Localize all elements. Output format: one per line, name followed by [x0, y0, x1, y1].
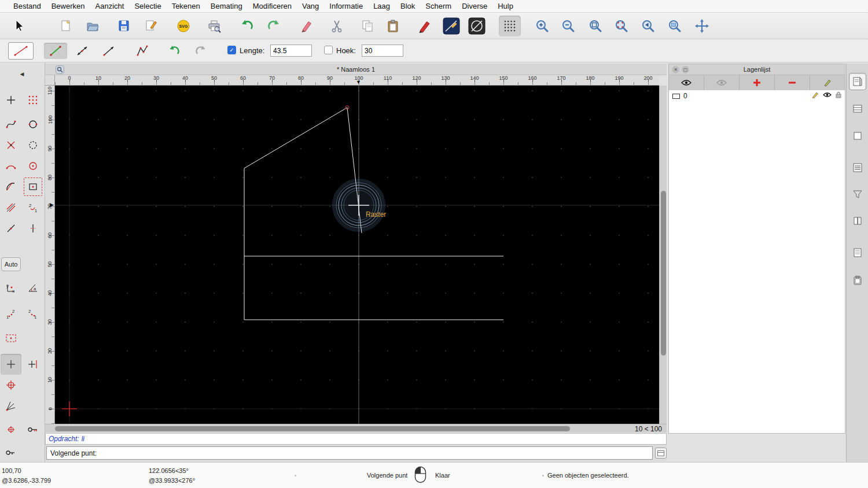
command-history-panel-button[interactable] [849, 244, 866, 261]
zoom-window-button[interactable] [664, 16, 686, 36]
rect-center-tool-button[interactable] [23, 176, 43, 197]
horizontal-scrollbar[interactable]: 10 < 100 [45, 424, 667, 432]
layer-lock-icon[interactable] [836, 91, 841, 98]
selection-filter-panel-button[interactable] [849, 186, 866, 203]
hatch-tool-button[interactable] [1, 197, 21, 218]
block-list-panel-button[interactable] [849, 127, 866, 145]
save-button[interactable] [113, 16, 135, 36]
angle-checkbox[interactable] [324, 46, 333, 54]
coordinate-xy-button[interactable]: yx [1, 278, 21, 298]
reference-point-1-2-button[interactable]: 12 [1, 304, 21, 324]
line-angle-button[interactable] [97, 43, 120, 59]
menu-item[interactable]: Bestand [8, 2, 46, 10]
remove-layer-button[interactable] [775, 75, 810, 90]
palette-collapse-button[interactable]: ◀ [10, 69, 34, 79]
layer-row[interactable]: 0 [669, 90, 845, 102]
menu-item[interactable]: Laag [368, 2, 395, 10]
cursor-tool-button[interactable] [8, 16, 30, 36]
lock-relative-zero-button[interactable] [1, 442, 21, 463]
menu-item[interactable]: Bemating [205, 2, 248, 10]
show-all-layers-button[interactable] [669, 75, 704, 90]
grid-toggle-button[interactable] [499, 16, 521, 36]
menu-item[interactable]: Aanzicht [90, 2, 130, 10]
length-input[interactable] [270, 45, 312, 57]
command-input[interactable]: Volgende punt: [46, 446, 653, 460]
library-browser-panel-button[interactable] [849, 212, 866, 230]
draft-rendering-button[interactable] [466, 16, 488, 36]
pan-button[interactable] [691, 16, 713, 36]
open-file-button[interactable] [82, 16, 104, 36]
panel-close-button[interactable]: ✕ [672, 66, 679, 73]
layer-list-panel-button[interactable] [849, 100, 866, 117]
circle-center-tool-button[interactable] [23, 156, 43, 176]
zoom-in-button[interactable] [531, 16, 553, 36]
snap-reference-button[interactable] [1, 419, 21, 440]
circle-dashed-tool-button[interactable] [23, 135, 43, 156]
snap-angle-fan-button[interactable] [1, 395, 21, 416]
order-tool-button[interactable]: 21 [23, 197, 43, 218]
layer-edit-pencil-icon[interactable] [812, 91, 819, 98]
vertical-line-tool-button[interactable] [23, 218, 43, 239]
selection-rect-button[interactable] [1, 328, 21, 349]
view-list-panel-button[interactable] [849, 159, 866, 176]
redo-button[interactable] [263, 16, 285, 36]
drawing-canvas[interactable]: Raster [55, 86, 659, 424]
cross-lines-tool-button[interactable] [1, 135, 21, 156]
svg-export-button[interactable]: SVG [172, 16, 194, 36]
panel-float-button[interactable]: ▢ [682, 66, 689, 73]
hide-all-layers-button[interactable] [704, 75, 740, 90]
point-grid-tool-button[interactable] [23, 90, 43, 110]
document-tab-bar[interactable]: * Naamloos 1 [45, 64, 667, 75]
horizontal-scrollbar-thumb[interactable] [55, 426, 570, 431]
menu-item[interactable]: Hulp [492, 2, 518, 10]
menu-item[interactable]: Vang [297, 2, 324, 10]
menu-item[interactable]: Informatie [324, 2, 368, 10]
length-checkbox[interactable]: ✓ [227, 46, 236, 54]
cut-button[interactable] [326, 16, 348, 36]
arc-tangent-tool-button[interactable] [1, 176, 21, 197]
zoom-selection-button[interactable] [610, 16, 632, 36]
paste-button[interactable] [382, 16, 404, 36]
coordinate-polar-button[interactable]: a [23, 278, 43, 298]
menu-item[interactable]: Modificeren [248, 2, 297, 10]
vertical-scrollbar-thumb[interactable] [661, 191, 666, 356]
modify-pen-button[interactable] [414, 16, 436, 36]
copy-button[interactable] [356, 16, 378, 36]
clipboard-panel-button[interactable] [849, 272, 866, 289]
circle-2point-tool-button[interactable] [23, 114, 43, 135]
command-line-toggle-button[interactable] [655, 448, 667, 459]
line-angle-both-button[interactable] [71, 43, 94, 59]
new-document-button[interactable] [55, 16, 77, 36]
point-tool-button[interactable] [1, 90, 21, 110]
line-point-tool-button[interactable] [1, 218, 21, 239]
zoom-out-button[interactable] [557, 16, 579, 36]
angle-input[interactable] [362, 45, 403, 57]
undo-button[interactable] [236, 16, 258, 36]
menu-item[interactable]: Tekenen [167, 2, 205, 10]
restrict-key-button[interactable] [23, 419, 43, 440]
snap-free-button[interactable] [1, 354, 21, 375]
add-layer-button[interactable] [740, 75, 775, 90]
line-properties-button[interactable] [440, 16, 462, 36]
menu-item[interactable]: Blok [395, 2, 420, 10]
menu-item[interactable]: Scherm [420, 2, 457, 10]
property-editor-panel-button[interactable] [849, 73, 866, 90]
segment-undo-button[interactable] [163, 43, 186, 59]
print-preview-button[interactable] [203, 16, 225, 36]
vertical-scrollbar[interactable] [659, 86, 667, 424]
menu-item[interactable]: Selectie [129, 2, 166, 10]
zoom-auto-button[interactable] [584, 16, 606, 36]
menu-item[interactable]: Diverse [457, 2, 492, 10]
edit-drawing-button[interactable] [140, 16, 162, 36]
zoom-previous-button[interactable] [637, 16, 659, 36]
menu-item[interactable]: Bewerken [46, 2, 90, 10]
delete-button[interactable] [296, 16, 318, 36]
polyline-button[interactable] [131, 43, 154, 59]
snap-grid-button[interactable] [23, 354, 43, 375]
layer-visibility-icon[interactable] [823, 92, 832, 98]
arc-tool-button[interactable] [1, 156, 21, 176]
auto-snap-button[interactable]: Auto [1, 257, 21, 271]
reference-point-2-1-button[interactable]: 21 [23, 304, 43, 324]
edit-layer-button[interactable] [810, 75, 845, 90]
segment-redo-button[interactable] [189, 43, 212, 59]
